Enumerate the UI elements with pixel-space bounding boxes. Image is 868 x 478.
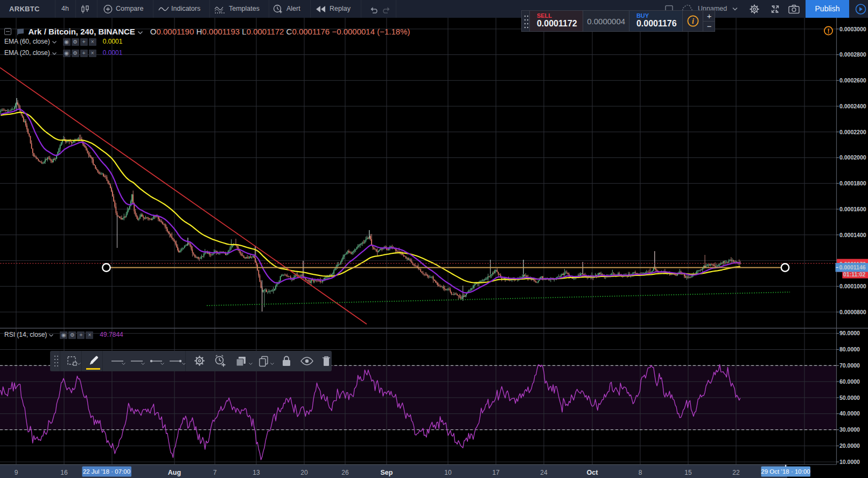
svg-text:50.0000: 50.0000 [839,394,860,401]
svg-text:80.0000: 80.0000 [839,346,860,352]
svg-text:Sep: Sep [381,469,393,476]
svg-text:90.0000: 90.0000 [839,330,860,336]
svg-text:01:11:02: 01:11:02 [843,271,866,278]
svg-text:0.0002000: 0.0002000 [839,154,866,161]
svg-text:20.0000: 20.0000 [839,442,860,449]
svg-text:26: 26 [341,469,349,476]
svg-text:9: 9 [15,469,18,476]
svg-text:0.0002200: 0.0002200 [839,129,866,135]
svg-text:!: ! [828,27,830,35]
svg-text:13: 13 [253,469,260,476]
svg-text:20: 20 [300,469,308,476]
svg-text:24: 24 [540,469,548,476]
svg-text:8: 8 [639,469,642,476]
svg-text:0.0001000: 0.0001000 [839,283,866,289]
svg-text:10.0000: 10.0000 [839,459,860,465]
svg-text:7: 7 [213,469,217,476]
svg-text:0.0001800: 0.0001800 [839,180,866,186]
svg-text:22: 22 [732,469,740,476]
svg-text:22 Jul ’18 · 07:00: 22 Jul ’18 · 07:00 [83,468,130,475]
svg-text:0.0001400: 0.0001400 [839,232,866,238]
svg-text:15: 15 [684,469,692,476]
svg-text:70.0000: 70.0000 [839,362,860,369]
svg-text:29 Oct ’18 · 10:00: 29 Oct ’18 · 10:00 [761,468,810,475]
svg-text:16: 16 [60,469,68,476]
svg-text:0.0002400: 0.0002400 [839,103,866,109]
svg-text:60.0000: 60.0000 [839,378,860,385]
svg-text:0.0003000: 0.0003000 [839,26,866,32]
svg-text:Oct: Oct [587,469,599,476]
svg-text:0.0001146: 0.0001146 [839,264,866,271]
svg-text:10: 10 [444,469,452,476]
svg-text:0.0001600: 0.0001600 [839,206,866,212]
svg-text:40.0000: 40.0000 [839,410,860,417]
svg-text:0.0002600: 0.0002600 [839,77,866,84]
svg-text:0.0000800: 0.0000800 [839,309,866,315]
svg-text:0.0002800: 0.0002800 [839,51,866,58]
svg-text:i: i [692,17,694,25]
svg-text:30.0000: 30.0000 [839,426,860,433]
svg-text:Aug: Aug [168,469,181,476]
svg-text:17: 17 [492,469,500,476]
